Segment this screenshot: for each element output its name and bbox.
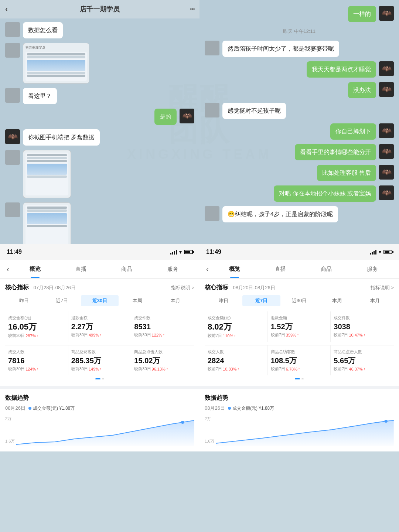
tab-live-right[interactable]: 直播: [258, 260, 303, 278]
message-bubble: 你自己筹划下: [330, 123, 376, 140]
legend-dot-right: [228, 407, 231, 410]
metric-cell: 成交人数 2824 较前7日 10.83% ↑: [205, 345, 268, 375]
metric-label: 商品总点击人数: [134, 349, 191, 355]
tab-overview-right[interactable]: 概览: [212, 260, 258, 278]
back-button-left[interactable]: ‹: [4, 265, 12, 273]
avatar-batman: 🦇: [5, 129, 20, 144]
message-bubble: 没办法: [348, 82, 376, 98]
y-label: 1.6万: [5, 439, 15, 444]
tab-overview-left[interactable]: 概览: [12, 260, 58, 278]
ss-chart: [27, 60, 85, 71]
ss-line: [27, 56, 85, 58]
msg-row: 😁纠结呢，孩子4岁，正是启蒙的阶段呢: [205, 206, 394, 222]
trend-section-right: 数据趋势 08月26日 成交金额(元) ¥1.88万 2万 1.6万: [200, 389, 399, 451]
tab-service-left[interactable]: 服务: [150, 260, 196, 278]
metric-cell: 成交件数 3038 较前7日 10.47% ↑: [331, 311, 394, 342]
battery-fill: [385, 251, 389, 253]
message-bubble: 比如处理客服 售后: [317, 165, 376, 181]
change-pct: 46.37%: [349, 367, 362, 371]
back-icon[interactable]: ‹: [5, 4, 8, 14]
filter-30days-right[interactable]: 近30日: [280, 295, 318, 306]
metric-label: 成交件数: [134, 315, 191, 321]
msg-row: 🦇 是的: [5, 109, 194, 125]
ss-content: [25, 153, 68, 195]
avatar-batman: 🦇: [379, 165, 394, 180]
metric-change: 较前30日 149% ↑: [71, 366, 128, 372]
ss-line: [27, 75, 85, 77]
message-bubble: 然后陪孩子时间太少了，都是我婆婆带呢: [222, 41, 339, 57]
trend-legend-right: 成交金额(元) ¥1.88万: [228, 405, 274, 412]
status-icons-left: ▾: [170, 249, 193, 255]
metric-label: 成交人数: [208, 349, 265, 355]
message-bubble: 数据怎么看: [23, 22, 63, 38]
metric-label: 退款金额: [71, 315, 128, 321]
metric-cell: 商品总点击人数 15.02万 较前30日 96.13% ↑: [131, 345, 194, 375]
dot: [95, 378, 100, 379]
msg-row: 抖音电商罗盘: [5, 43, 194, 83]
msg-row: 🦇 一样的: [205, 6, 394, 22]
filter-week-left[interactable]: 本周: [119, 295, 156, 306]
metric-value: 7816: [8, 356, 65, 365]
metrics-more-right[interactable]: 指标说明 >: [371, 284, 394, 291]
avatar: [5, 202, 20, 217]
metric-label: 成交件数: [334, 315, 391, 321]
change-text: 较前7日: [208, 333, 222, 338]
avatar-batman: 🦇: [379, 61, 394, 76]
more-icon-left[interactable]: ···: [190, 4, 194, 14]
chart-svg-left: [16, 417, 194, 446]
trend-date-row-right: 08月26日 成交金额(元) ¥1.88万: [205, 405, 394, 412]
filter-7days-right[interactable]: 近7日: [242, 295, 280, 306]
trend-date-row-left: 08月26日 成交金额(元) ¥1.88万: [5, 405, 194, 412]
avatar: [205, 103, 219, 117]
avatar-batman: 🦇: [180, 109, 194, 123]
avatar: [5, 43, 20, 58]
metric-value: 15.02万: [134, 356, 191, 365]
change-pct: 96.13%: [152, 367, 166, 371]
message-bubble: 对吧 你在本地招个小妹妹 或者宝妈: [274, 185, 376, 202]
y-label: 1.6万: [205, 439, 214, 444]
arrow-up-icon: ↑: [100, 333, 102, 337]
metrics-more-left[interactable]: 指标说明 >: [171, 284, 194, 291]
change-text: 较前30日: [134, 366, 151, 372]
msg-row: 然后陪孩子时间太少了，都是我婆婆带呢: [205, 41, 394, 57]
status-icons-right: ▾: [370, 249, 392, 255]
signal-icon-right: [370, 249, 376, 255]
metric-cell: 商品总访客数 108.5万 较前7日 6.78% ↑: [268, 345, 331, 375]
msg-row: [5, 202, 194, 244]
metric-value: 8.02万: [208, 322, 265, 332]
tab-service-right[interactable]: 服务: [349, 260, 395, 278]
filter-yesterday-left[interactable]: 昨日: [5, 295, 43, 306]
ss-line: [27, 209, 67, 212]
filter-yesterday-right[interactable]: 昨日: [205, 295, 242, 306]
ss-line: [27, 72, 85, 74]
filter-month-left[interactable]: 本月: [157, 295, 194, 306]
msg-row: 🦇 我天天都是两点才睡觉: [205, 61, 394, 78]
msg-row: 🦇 你截图手机端把 罗盘数据: [5, 129, 194, 146]
wifi-icon-left: ▾: [179, 249, 182, 255]
tab-live-left[interactable]: 直播: [58, 260, 104, 278]
tab-bar-right: ‹ 概览 直播 商品 服务: [200, 260, 399, 279]
msg-row: 数据怎么看: [5, 22, 194, 38]
filter-7days-left[interactable]: 近7日: [43, 295, 81, 306]
battery-icon-left: [184, 250, 193, 254]
back-button-right[interactable]: ‹: [203, 265, 212, 273]
arrow-up-icon: ↑: [364, 333, 365, 337]
change-pct: 124%: [25, 367, 36, 371]
metrics-section-left: 核心指标 07月28日-08月26日 指标说明 > 昨日 近7日 近30日 本周…: [0, 279, 200, 386]
msg-row: 🦇 你自己筹划下: [205, 123, 394, 140]
ss-chart: [27, 164, 67, 175]
ss-line: [27, 157, 67, 159]
tab-product-left[interactable]: 商品: [104, 260, 150, 278]
filter-30days-left[interactable]: 近30日: [81, 295, 119, 306]
dot: [295, 378, 300, 379]
tab-product-right[interactable]: 商品: [303, 260, 349, 278]
metrics-title-area-left: 核心指标 07月28日-08月26日: [5, 284, 76, 291]
metric-value: 1.52万: [271, 322, 328, 331]
wifi-icon-right: ▾: [379, 249, 381, 255]
message-bubble: 看这里？: [23, 88, 57, 104]
metrics-grid-row2-left: 成交人数 7816 较前30日 124% ↑ 商品总访客数 285.35万 较前…: [5, 345, 194, 375]
filter-month-right[interactable]: 本月: [356, 295, 394, 306]
arrow-up-icon: ↑: [166, 367, 168, 371]
filter-week-right[interactable]: 本周: [318, 295, 356, 306]
change-text: 较前30日: [134, 332, 151, 338]
